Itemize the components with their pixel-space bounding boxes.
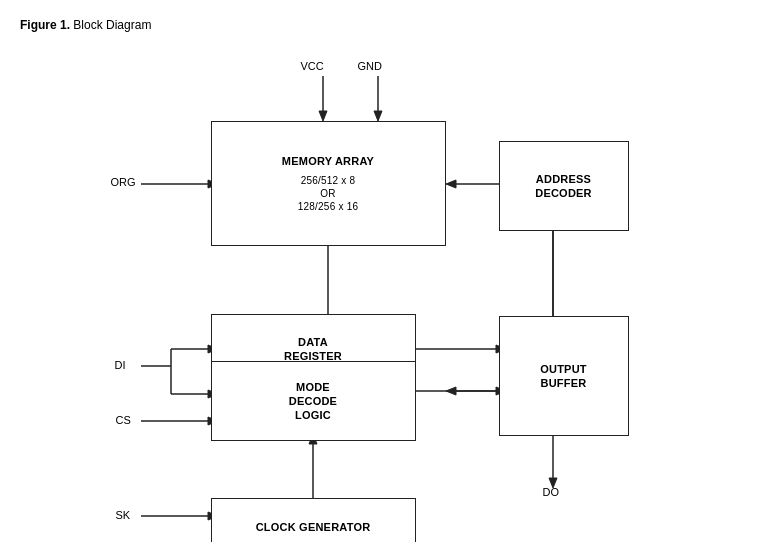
data-register-label: DATAREGISTER — [284, 335, 342, 364]
do-label: DO — [543, 486, 560, 498]
vcc-label: VCC — [301, 60, 324, 72]
cs-label: CS — [116, 414, 131, 426]
figure-title-text: Block Diagram — [73, 18, 151, 32]
svg-marker-7 — [446, 180, 456, 188]
memory-array-label: MEMORY ARRAY — [282, 154, 374, 168]
diagram-area: VCC GND MEMORY ARRAY 256/512 x 8OR128/25… — [23, 46, 743, 536]
clock-generator-label: CLOCK GENERATOR — [256, 520, 371, 534]
clock-generator-block: CLOCK GENERATOR — [211, 498, 416, 542]
gnd-label: GND — [358, 60, 382, 72]
mode-decode-label: MODEDECODELOGIC — [289, 380, 337, 423]
address-decoder-block: ADDRESSDECODER — [499, 141, 629, 231]
mode-decode-block: MODEDECODELOGIC — [211, 361, 416, 441]
svg-marker-3 — [374, 111, 382, 121]
address-decoder-label: ADDRESSDECODER — [535, 172, 592, 201]
page: Figure 1. Block Diagram — [0, 0, 765, 542]
di-label: DI — [115, 359, 126, 371]
svg-marker-1 — [319, 111, 327, 121]
figure-title: Figure 1. Block Diagram — [20, 18, 745, 32]
memory-array-block: MEMORY ARRAY 256/512 x 8OR128/256 x 16 — [211, 121, 446, 246]
memory-array-sublabel: 256/512 x 8OR128/256 x 16 — [282, 174, 374, 213]
svg-marker-14 — [446, 387, 456, 395]
sk-label: SK — [116, 509, 131, 521]
org-label: ORG — [111, 176, 136, 188]
figure-label: Figure 1. — [20, 18, 70, 32]
arrows-svg — [23, 46, 743, 536]
output-buffer-block: OUTPUTBUFFER — [499, 316, 629, 436]
output-buffer-label: OUTPUTBUFFER — [540, 362, 587, 391]
